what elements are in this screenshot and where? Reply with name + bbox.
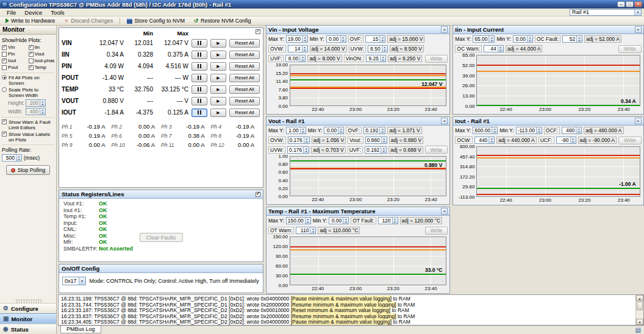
plot-width-spinner[interactable]: 400▲▼ — [26, 108, 46, 115]
spinner-arrows-icon[interactable]: ▲▼ — [536, 127, 542, 133]
toolbar-restore-button[interactable]: ↺Restore NVM Config — [190, 17, 255, 25]
close-icon[interactable]: × — [441, 118, 448, 124]
plot-toggle-iout[interactable]: Iout — [2, 58, 28, 63]
plot-toggle-pin[interactable]: Pin — [2, 51, 28, 57]
log-save-icon[interactable]: ▤ — [635, 326, 644, 333]
spinner-arrows-icon[interactable]: ▲▼ — [492, 127, 497, 133]
limit-spinner[interactable]: 65.00▲▼ — [473, 35, 495, 43]
plot-toggle-iout-phase[interactable]: Iout-phase — [29, 58, 55, 63]
limit-spinner[interactable]: 150.00▲▼ — [286, 217, 311, 224]
menu-file[interactable]: File — [2, 9, 20, 16]
fit-plots-option[interactable]: Fit All Plots on Screen — [2, 75, 54, 86]
menu-tools[interactable]: Tools — [46, 9, 68, 16]
spinner-arrows-icon[interactable]: ▲▼ — [303, 147, 309, 153]
spinner-arrows-icon[interactable]: ▲▼ — [380, 55, 385, 62]
menu-device[interactable]: Device — [20, 9, 46, 16]
limit-spinner[interactable]: 8.00▲▼ — [285, 55, 306, 62]
close-icon[interactable]: × — [635, 118, 642, 124]
spinner-arrows-icon[interactable]: ▲▼ — [488, 137, 494, 143]
onoff-config-select[interactable]: 0x17 ▼ — [62, 277, 86, 285]
limit-spinner[interactable]: 0.192▲▼ — [363, 127, 385, 134]
spinner-arrows-icon[interactable]: ▲▼ — [381, 147, 386, 153]
scale-plots-option[interactable]: Scale Plots to Screen Width — [2, 87, 54, 98]
show-warn-fault-option[interactable]: Show Warn & Fault Limit Editors — [2, 119, 54, 130]
spinner-arrows-icon[interactable]: ▲▼ — [379, 127, 385, 133]
maximize-button[interactable]: □ — [626, 1, 634, 7]
close-button[interactable]: × — [634, 1, 642, 7]
write-button[interactable]: Write — [425, 227, 448, 235]
nav-monitor[interactable]: ▣Monitor — [0, 313, 56, 324]
limit-spinner[interactable]: -113.00▲▼ — [516, 127, 542, 134]
plot-toggle-iin[interactable]: Iin — [29, 44, 55, 50]
polling-rate-spinner[interactable]: 500▲▼ — [2, 154, 22, 162]
play-button[interactable]: ▶ — [210, 74, 226, 82]
plot-height-spinner[interactable]: 200▲▼ — [26, 99, 46, 107]
limit-spinner[interactable]: 0.00▲▼ — [324, 127, 344, 134]
clear-faults-button[interactable]: Clear Faults — [140, 233, 183, 242]
limit-spinner[interactable]: 440▲▼ — [474, 137, 495, 144]
reset-all-button[interactable]: Reset All — [229, 51, 260, 59]
reset-all-button[interactable]: Reset All — [229, 74, 260, 82]
show-value-labels-option[interactable]: Show Value Labels on Plots — [2, 132, 54, 143]
limit-spinner[interactable]: -90▲▼ — [556, 137, 576, 144]
limit-spinner[interactable]: 0.00▲▼ — [326, 35, 346, 43]
reset-all-button[interactable]: Reset All — [229, 97, 260, 105]
limit-spinner[interactable]: 0.176▲▼ — [287, 146, 309, 154]
rail-selector[interactable]: Rail #1 ▼ — [570, 9, 642, 16]
pause-button[interactable] — [191, 51, 207, 59]
write-button[interactable]: Write — [425, 146, 448, 154]
limit-spinner[interactable]: 480▲▼ — [562, 127, 582, 134]
close-icon[interactable]: × — [441, 208, 448, 215]
readings-pin-checkbox[interactable] — [256, 29, 260, 34]
pause-button[interactable] — [191, 97, 207, 105]
play-button[interactable]: ▶ — [210, 62, 226, 71]
status-pin-checkbox[interactable] — [256, 192, 260, 197]
close-icon[interactable]: × — [441, 26, 448, 33]
reset-all-button[interactable]: Reset All — [229, 62, 260, 71]
pause-button[interactable] — [191, 108, 207, 117]
limit-spinner[interactable]: 19.00▲▼ — [286, 35, 308, 43]
close-icon[interactable]: × — [635, 26, 642, 33]
pause-button[interactable] — [191, 85, 207, 94]
spinner-arrows-icon[interactable]: ▲▼ — [305, 218, 310, 224]
reset-all-button[interactable]: Reset All — [229, 85, 260, 94]
spinner-arrows-icon[interactable]: ▲▼ — [302, 36, 307, 42]
pause-button[interactable] — [191, 62, 207, 71]
limit-spinner[interactable]: 15▲▼ — [365, 35, 385, 43]
spinner-arrows-icon[interactable]: ▲▼ — [340, 36, 346, 42]
spinner-arrows-icon[interactable]: ▲▼ — [310, 227, 315, 233]
spinner-arrows-icon[interactable]: ▲▼ — [382, 46, 387, 52]
pause-button[interactable] — [191, 74, 207, 82]
limit-spinner[interactable]: 14▲▼ — [288, 45, 308, 52]
limit-spinner[interactable]: 1.00▲▼ — [286, 127, 306, 134]
plot-toggle-vout[interactable]: Vout — [29, 51, 55, 57]
spinner-arrows-icon[interactable]: ▲▼ — [392, 218, 398, 224]
write-button[interactable]: Write — [618, 45, 642, 53]
spinner-arrows-icon[interactable]: ▲▼ — [300, 127, 306, 133]
minimize-button[interactable]: – — [617, 1, 625, 7]
spinner-arrows-icon[interactable]: ▲▼ — [338, 127, 343, 133]
log-scrollbar[interactable]: ▲ ▼ — [635, 295, 643, 325]
scroll-up-icon[interactable]: ▲ — [636, 295, 643, 301]
play-button[interactable]: ▶ — [210, 108, 226, 117]
toolbar-write-button[interactable]: Write to Hardware — [2, 17, 59, 25]
toolbar-store-button[interactable]: Store Config to NVM — [123, 17, 188, 25]
limit-spinner[interactable]: 9.25▲▼ — [366, 55, 386, 62]
limit-spinner[interactable]: 0.880▲▼ — [365, 137, 387, 144]
play-button[interactable]: ▶ — [210, 51, 226, 59]
scroll-thumb[interactable] — [637, 302, 643, 310]
pause-button[interactable] — [191, 39, 207, 48]
limit-spinner[interactable]: 600.00▲▼ — [473, 127, 498, 134]
limit-spinner[interactable]: 110▲▼ — [296, 227, 316, 234]
spinner-arrows-icon[interactable]: ▲▼ — [379, 36, 385, 42]
limit-spinner[interactable]: 120▲▼ — [378, 217, 398, 224]
spinner-arrows-icon[interactable]: ▲▼ — [343, 218, 348, 224]
plot-toggle-vin[interactable]: Vin — [2, 44, 28, 50]
toolbar-discard-button[interactable]: ×Discard Changes — [60, 17, 116, 25]
play-button[interactable]: ▶ — [210, 97, 226, 105]
spinner-arrows-icon[interactable]: ▲▼ — [576, 36, 582, 42]
limit-spinner[interactable]: 0.176▲▼ — [288, 137, 310, 144]
spinner-arrows-icon[interactable]: ▲▼ — [302, 46, 307, 52]
tab-pmbus-log[interactable]: PMBus Log — [60, 326, 101, 333]
limit-spinner[interactable]: 52▲▼ — [562, 35, 582, 43]
